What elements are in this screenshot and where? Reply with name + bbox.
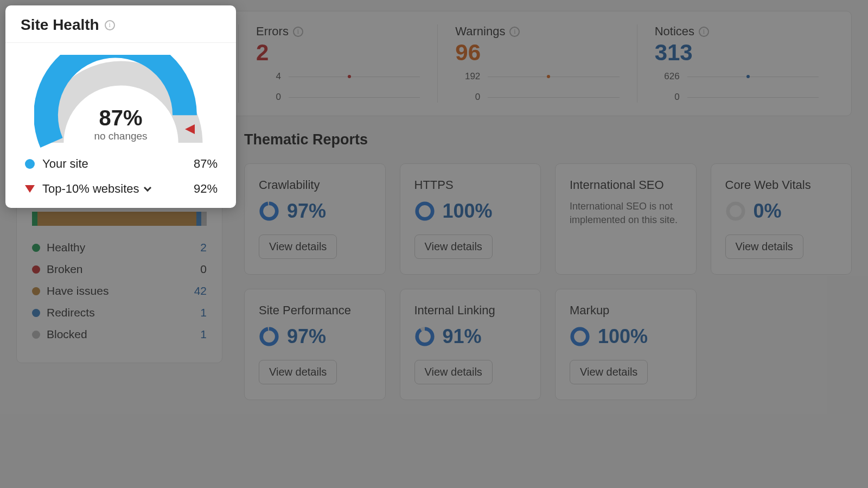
crawled-row[interactable]: Healthy2 [32, 241, 207, 254]
card-title: HTTPS [414, 178, 527, 192]
info-icon[interactable]: i [509, 27, 520, 37]
errors-block[interactable]: Errors i 2 4 0 [238, 24, 437, 103]
legend-your-site-label: Your site [42, 157, 194, 171]
warnings-value: 96 [455, 40, 619, 66]
notices-label: Notices [655, 24, 694, 39]
card-title: International SEO [570, 178, 682, 192]
gauge-percent: 87% [34, 106, 208, 130]
crawled-row-label: Blocked [47, 328, 185, 341]
warnings-spark-bottom: 0 [455, 92, 480, 103]
card-title: Internal Linking [414, 303, 527, 318]
site-health-title: Site Health [21, 16, 99, 34]
status-dot-icon [32, 309, 40, 317]
card-title: Site Performance [259, 303, 371, 318]
card-percent: 100% [598, 325, 648, 348]
legend-top10[interactable]: Top-10% websites 92% [24, 182, 218, 196]
notices-spark-dot [746, 75, 750, 78]
legend-your-site-value: 87% [194, 157, 218, 171]
crawled-bar-chart [32, 212, 207, 226]
svg-point-3 [417, 204, 432, 219]
crawled-row[interactable]: Have issues42 [32, 284, 207, 297]
info-icon[interactable]: i [105, 20, 115, 30]
notices-spark-top: 626 [655, 71, 680, 82]
svg-marker-12 [185, 124, 195, 134]
status-dot-icon [32, 244, 40, 252]
card-percent: 97% [287, 200, 326, 223]
gauge-benchmark-marker [183, 124, 195, 136]
thematic-card-intl: International SEOInternational SEO is no… [555, 163, 697, 275]
crawled-row-label: Have issues [47, 284, 185, 297]
errors-spark-top: 4 [256, 71, 281, 82]
thematic-card-markup: Markup100%View details [555, 289, 697, 400]
crawled-legend: Healthy2Broken0Have issues42Redirects1Bl… [32, 241, 207, 341]
donut-icon [414, 201, 435, 221]
crawled-row-label: Broken [47, 263, 185, 276]
legend-top10-label: Top-10% websites [42, 182, 139, 196]
legend-your-site: Your site 87% [24, 157, 218, 171]
view-details-button[interactable]: View details [414, 360, 493, 384]
view-details-button[interactable]: View details [570, 360, 648, 384]
errors-value: 2 [256, 40, 420, 66]
card-note: International SEO is not implemented on … [570, 200, 682, 227]
info-icon[interactable]: i [699, 27, 709, 37]
view-details-button[interactable]: View details [414, 235, 493, 259]
svg-point-11 [572, 329, 588, 345]
thematic-section: Thematic Reports Crawlability97%View det… [244, 131, 852, 400]
errors-spark-bottom: 0 [256, 92, 281, 103]
thematic-card-https: HTTPS100%View details [400, 163, 541, 275]
thematic-card-crawlability: Crawlability97%View details [244, 163, 386, 275]
svg-point-4 [727, 204, 743, 219]
svg-point-1 [261, 204, 277, 219]
thematic-card-cwv: Core Web Vitals0%View details [711, 163, 852, 275]
thematic-card-linking: Internal Linking91%View details [400, 289, 541, 400]
card-title: Core Web Vitals [725, 178, 838, 192]
gauge-sub: no changes [34, 130, 208, 142]
crawled-row-count: 42 [185, 284, 207, 297]
status-dot-icon [32, 287, 40, 295]
warnings-spark-top: 192 [455, 71, 480, 82]
card-percent: 97% [287, 325, 326, 348]
crawled-row-label: Redirects [47, 306, 185, 319]
donut-icon [725, 201, 746, 221]
card-title: Crawlability [259, 178, 371, 192]
svg-point-9 [417, 329, 432, 345]
view-details-button[interactable]: View details [259, 360, 337, 384]
crawled-row-label: Healthy [47, 241, 185, 254]
card-title: Markup [570, 303, 682, 318]
crawled-row[interactable]: Redirects1 [32, 306, 207, 319]
crawled-row-count: 0 [185, 263, 207, 276]
notices-value: 313 [655, 40, 819, 66]
warnings-block[interactable]: Warnings i 96 192 0 [437, 24, 636, 103]
crawled-row[interactable]: Blocked1 [32, 328, 207, 341]
donut-icon [570, 326, 590, 347]
donut-icon [414, 326, 435, 347]
donut-icon [259, 201, 279, 221]
circle-icon [25, 159, 35, 169]
status-dot-icon [32, 331, 40, 339]
crawled-row-count: 2 [185, 241, 207, 254]
site-health-popover: Site Health i 87% no changes Your site 8… [5, 5, 236, 208]
legend-top10-value: 92% [194, 182, 218, 196]
notices-spark-bottom: 0 [655, 92, 680, 103]
crawled-row-count: 1 [185, 306, 207, 319]
thematic-title: Thematic Reports [244, 131, 852, 148]
crawled-row[interactable]: Broken0 [32, 263, 207, 276]
view-details-button[interactable]: View details [725, 235, 803, 259]
warnings-label: Warnings [455, 24, 505, 39]
site-health-gauge: 87% no changes [34, 55, 208, 153]
info-icon[interactable]: i [293, 27, 303, 37]
warnings-spark-dot [547, 75, 550, 78]
view-details-button[interactable]: View details [259, 235, 337, 259]
errors-label: Errors [256, 24, 289, 39]
chevron-down-icon[interactable] [143, 184, 151, 192]
triangle-down-icon [25, 185, 35, 193]
errors-spark-dot [348, 75, 351, 78]
card-percent: 0% [754, 200, 782, 223]
svg-point-7 [261, 329, 277, 345]
card-percent: 91% [443, 325, 482, 348]
thematic-card-perf: Site Performance97%View details [244, 289, 386, 400]
crawled-row-count: 1 [185, 328, 207, 341]
notices-block[interactable]: Notices i 313 626 0 [637, 24, 836, 103]
card-percent: 100% [443, 200, 493, 223]
donut-icon [259, 326, 279, 347]
